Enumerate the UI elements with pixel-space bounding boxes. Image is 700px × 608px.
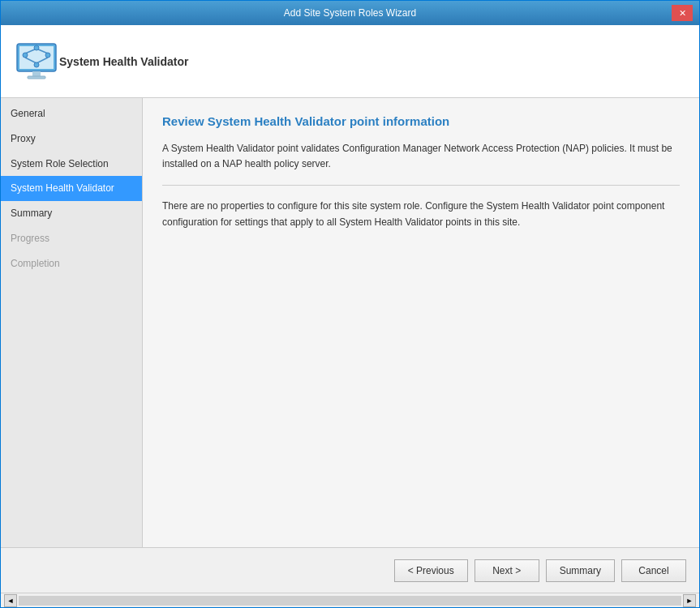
wizard-content: Review System Health Validator point inf…	[143, 98, 699, 547]
cancel-button[interactable]: Cancel	[621, 559, 686, 582]
scroll-right-arrow[interactable]: ►	[683, 594, 696, 607]
system-health-validator-icon	[14, 39, 59, 84]
svg-rect-11	[28, 76, 45, 79]
wizard-header: System Health Validator	[1, 25, 699, 98]
sidebar-item-system-role-selection[interactable]: System Role Selection	[1, 152, 142, 177]
svg-point-5	[34, 45, 39, 50]
wizard-window: Add Site System Roles Wizard ✕ System He…	[0, 0, 700, 608]
wizard-sidebar: General Proxy System Role Selection Syst…	[1, 98, 143, 547]
sidebar-item-general[interactable]: General	[1, 101, 142, 126]
content-divider	[162, 185, 680, 186]
svg-rect-10	[32, 71, 41, 76]
content-title: Review System Health Validator point inf…	[162, 114, 680, 128]
content-paragraph-1: A System Health Validator point validate…	[162, 141, 680, 172]
scroll-left-arrow[interactable]: ◄	[4, 594, 17, 607]
sidebar-item-completion: Completion	[1, 251, 142, 276]
sidebar-item-summary[interactable]: Summary	[1, 201, 142, 226]
window-title: Add Site System Roles Wizard	[28, 7, 672, 19]
sidebar-item-system-health-validator[interactable]: System Health Validator	[1, 176, 142, 201]
wizard-body: General Proxy System Role Selection Syst…	[1, 98, 699, 547]
close-button[interactable]: ✕	[672, 5, 693, 21]
summary-button[interactable]: Summary	[546, 559, 615, 582]
content-paragraph-2: There are no properties to configure for…	[162, 199, 680, 229]
title-bar: Add Site System Roles Wizard ✕	[1, 1, 699, 25]
next-button[interactable]: Next >	[475, 559, 539, 582]
svg-point-4	[23, 53, 28, 58]
sidebar-item-proxy[interactable]: Proxy	[1, 126, 142, 152]
title-bar-controls: ✕	[672, 5, 693, 21]
svg-point-6	[45, 53, 50, 58]
previous-button[interactable]: < Previous	[394, 559, 468, 582]
scrollbar-area: ◄ ►	[1, 593, 699, 607]
svg-point-9	[34, 62, 39, 67]
scroll-track[interactable]	[19, 596, 681, 606]
wizard-footer: < Previous Next > Summary Cancel	[1, 547, 699, 593]
wizard-header-title: System Health Validator	[59, 55, 189, 68]
sidebar-item-progress: Progress	[1, 226, 142, 251]
